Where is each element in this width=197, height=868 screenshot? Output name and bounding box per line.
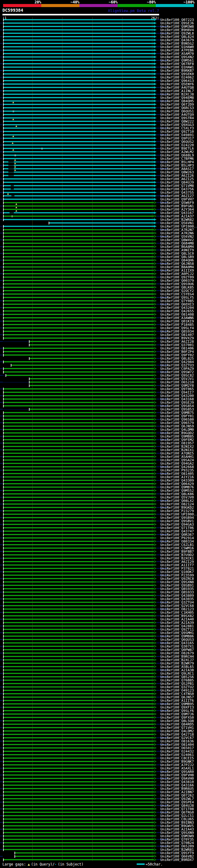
- hit-bar: [4, 815, 154, 816]
- row-index-tick: [0, 524, 3, 525]
- hit-arrowhead-icon: [154, 174, 157, 177]
- hit-bar-gap-segment: [8, 172, 14, 173]
- row-index-tick: [0, 301, 3, 301]
- hit-arrowhead-hole: [154, 561, 156, 562]
- hit-bar: [14, 185, 154, 186]
- hit-bar: [4, 398, 154, 400]
- query-gap-triangle-icon: [14, 166, 16, 167]
- hit-bar: [4, 558, 154, 559]
- row-index-tick: [0, 653, 3, 653]
- hit-bar: [4, 473, 154, 474]
- hit-bar: [4, 351, 154, 352]
- hit-arrowhead-hole: [154, 229, 156, 230]
- hit-bar: [4, 192, 154, 193]
- hit-arrowhead-hole: [154, 409, 156, 410]
- hit-arrowhead-hole: [154, 554, 156, 555]
- hit-arrowhead-icon: [154, 90, 157, 92]
- hit-arrowhead-hole: [154, 788, 156, 789]
- query-gap-triangle-icon: [15, 210, 17, 212]
- hit-bar: [4, 683, 154, 684]
- hit-bar: [4, 649, 154, 650]
- hit-arrowhead-hole: [154, 852, 156, 854]
- hit-bar: [4, 185, 11, 186]
- row-index-tick: [0, 280, 3, 281]
- label-connector-line: [157, 216, 160, 216]
- hit-arrowhead-icon: [154, 52, 157, 55]
- hit-arrowhead-hole: [154, 856, 156, 857]
- hit-arrowhead-icon: [154, 141, 157, 143]
- hit-bar: [4, 368, 154, 369]
- hit-arrowhead-hole: [154, 459, 156, 461]
- hit-arrowhead-hole: [154, 774, 156, 776]
- hit-arrowhead-hole: [154, 503, 156, 505]
- hit-arrowhead-hole: [154, 571, 156, 572]
- hit-bar: [4, 751, 154, 752]
- query-title: DC599384: [2, 8, 23, 12]
- hit-arrowhead-hole: [154, 595, 156, 596]
- hit-bar: [4, 541, 154, 542]
- query-gap-triangle-icon: [14, 169, 16, 171]
- row-index-tick: [0, 815, 3, 816]
- row-index-tick: [0, 267, 3, 267]
- identity-scale-segment-green: [118, 4, 156, 7]
- hit-arrowhead-hole: [154, 490, 156, 491]
- hit-arrowhead-hole: [154, 639, 156, 640]
- hit-bar: [4, 703, 154, 705]
- hit-arrowhead-hole: [154, 236, 156, 237]
- hit-bar: [4, 795, 154, 796]
- hit-arrowhead-hole: [154, 510, 156, 512]
- hit-arrowhead-hole: [154, 500, 156, 501]
- row-index-tick: [0, 849, 3, 850]
- uncovered-query-line: [2, 341, 30, 342]
- hit-arrowhead-icon: [154, 22, 157, 24]
- hit-bar: [4, 466, 154, 467]
- hit-bar: [4, 449, 154, 451]
- scale-label-60: ~60%: [79, 0, 118, 4]
- hit-bar: [4, 256, 154, 257]
- hit-arrowhead-hole: [154, 754, 156, 755]
- hit-arrowhead-hole: [154, 293, 156, 295]
- row-index-tick: [0, 355, 3, 355]
- hit-arrowhead-hole: [154, 398, 156, 400]
- hit-arrowhead-hole: [154, 405, 156, 406]
- row-index-tick: [0, 592, 3, 592]
- hit-arrowhead-hole: [154, 744, 156, 745]
- hit-bar: [30, 344, 154, 345]
- hit-arrowhead-icon: [154, 127, 157, 129]
- hit-bar: [4, 578, 154, 579]
- hit-arrowhead-icon: [154, 191, 157, 194]
- hit-bar: [4, 619, 154, 620]
- hit-arrowhead-hole: [154, 426, 156, 427]
- hit-bar: [4, 483, 154, 484]
- hit-arrowhead-hole: [154, 537, 156, 538]
- hit-arrowhead-icon: [154, 100, 157, 102]
- hit-label[interactable]: UniRef100_B9RDX7: [160, 858, 194, 862]
- row-index-tick: [0, 395, 3, 396]
- row-index-tick: [0, 775, 3, 775]
- hit-bar: [4, 520, 154, 522]
- row-index-tick: [0, 612, 3, 613]
- hit-bar: [4, 104, 154, 105]
- hit-bar: [4, 277, 154, 278]
- hit-bar: [30, 381, 154, 383]
- hit-arrowhead-icon: [154, 218, 157, 221]
- hit-bar: [4, 544, 154, 545]
- hit-bar: [4, 151, 154, 152]
- hit-bar: [4, 327, 154, 329]
- hit-bar: [30, 409, 154, 410]
- hit-arrowhead-icon: [154, 171, 157, 173]
- identity-scale-segment-cyan: [156, 4, 194, 7]
- hit-arrowhead-hole: [154, 751, 156, 752]
- hit-arrowhead-icon: [154, 32, 157, 34]
- row-index-tick: [0, 63, 3, 64]
- hit-bar: [4, 554, 154, 555]
- hit-arrowhead-hole: [154, 331, 156, 332]
- row-index-tick: [0, 761, 3, 762]
- hit-arrowhead-icon: [154, 49, 157, 52]
- hit-bar: [14, 168, 154, 169]
- row-index-tick: [0, 700, 3, 701]
- hit-bar: [4, 680, 154, 681]
- hit-arrowhead-hole: [154, 287, 156, 288]
- row-index-tick: [0, 138, 3, 138]
- row-index-tick: [0, 754, 3, 755]
